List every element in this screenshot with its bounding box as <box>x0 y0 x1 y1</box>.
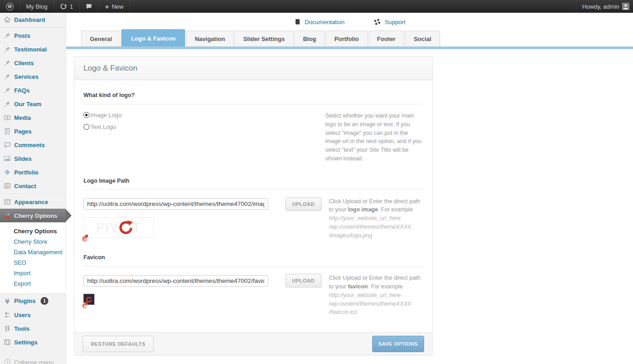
new-label: New <box>112 3 124 10</box>
sidebar-item-label: Tools <box>14 325 30 332</box>
panel-title: Logo & Favicon <box>74 57 432 80</box>
documentation-link[interactable]: Documentation <box>294 18 344 26</box>
radio-label: Text Logo <box>90 123 116 130</box>
sidebar-item-settings[interactable]: Settings <box>0 335 66 349</box>
slides-icon <box>4 155 11 162</box>
wordpress-logo-icon <box>6 3 14 10</box>
logo-upload-button[interactable]: UPLOAD <box>285 197 322 211</box>
sidebar-item-tools[interactable]: Tools <box>0 322 66 335</box>
sidebar-item-media[interactable]: Media <box>0 111 66 124</box>
submenu-item-cherry-store[interactable]: Cherry Store <box>0 236 66 247</box>
submenu-item-seo[interactable]: SEO <box>0 257 66 268</box>
logo-path-input[interactable] <box>83 198 268 210</box>
cherry-icon <box>4 212 11 219</box>
sidebar-item-label: Plugins <box>14 297 36 304</box>
tab-blog[interactable]: Blog <box>294 31 325 46</box>
example-path: http://your_website_url_here /wp-content… <box>329 214 423 240</box>
sidebar-item-clients[interactable]: Clients <box>0 56 66 70</box>
radio-image-logo[interactable]: Image Logo <box>83 112 318 118</box>
collapse-menu-button[interactable]: Collapse menu <box>0 355 66 364</box>
description-text: . For example <box>368 283 402 290</box>
sidebar-item-plugins[interactable]: Plugins 1 <box>0 294 66 308</box>
sidebar-item-label: Users <box>14 312 31 318</box>
sidebar-item-pages[interactable]: Pages <box>0 124 66 138</box>
radio-text-logo[interactable]: Text Logo <box>83 123 318 130</box>
panel-body: What kind of logo? Image Logo Text Logo <box>74 80 432 332</box>
sidebar-item-users[interactable]: Users <box>0 308 66 322</box>
sidebar-item-our-team[interactable]: Our Team <box>0 97 66 111</box>
collapse-menu-label: Collapse menu <box>14 359 54 364</box>
tab-social[interactable]: Social <box>405 31 440 46</box>
sidebar-item-label: Clients <box>14 60 34 67</box>
section-logo-kind: What kind of logo? Image Logo Text Logo <box>83 89 423 163</box>
support-link[interactable]: Support <box>374 18 405 26</box>
remove-favicon-icon[interactable] <box>82 302 88 308</box>
submenu-item-export[interactable]: Export <box>0 278 66 289</box>
wordpress-menu-button[interactable] <box>0 0 20 13</box>
pin-icon <box>4 87 11 94</box>
sidebar-item-testimonial[interactable]: Testimonial <box>0 42 66 56</box>
radio-button[interactable] <box>83 112 89 118</box>
content-header: Documentation Support <box>66 13 633 31</box>
sidebar-item-label: Testimonial <box>14 46 47 53</box>
site-name-link[interactable]: My Blog <box>20 0 54 13</box>
sidebar-item-appearance[interactable]: Appearance <box>0 195 66 209</box>
logo-path-description: Click Upload or Enter the direct path to… <box>329 197 423 240</box>
submenu-item-data-management[interactable]: Data Management <box>0 247 66 257</box>
sidebar-item-slides[interactable]: Slides <box>0 152 66 165</box>
sidebar-item-posts[interactable]: Posts <box>0 29 66 42</box>
submenu-item-import[interactable]: Import <box>0 268 66 278</box>
sidebar-item-label: Our Team <box>14 101 42 108</box>
radio-button[interactable] <box>83 124 89 130</box>
sidebar-item-dashboard[interactable]: Dashboard <box>0 13 66 26</box>
documentation-book-icon <box>294 18 301 26</box>
menu-separator <box>0 194 66 194</box>
sidebar-item-faqs[interactable]: FAQs <box>0 83 66 97</box>
tab-footer[interactable]: Footer <box>368 31 404 46</box>
options-tab-bar: General Logo & Favicon Navigation Slider… <box>66 31 633 49</box>
tab-logo-favicon[interactable]: Logo & Favicon <box>121 29 185 46</box>
tab-navigation[interactable]: Navigation <box>186 31 233 46</box>
pin-icon <box>4 46 11 53</box>
tab-slider-settings[interactable]: Slider Settings <box>234 31 293 46</box>
sidebar-item-services[interactable]: Services <box>0 70 66 83</box>
tab-portfolio[interactable]: Portfolio <box>326 31 367 46</box>
logo-kind-description: Select whether you want your main logo t… <box>325 112 423 163</box>
sidebar-item-label: Posts <box>14 32 30 39</box>
sidebar-item-label: Contact <box>14 183 36 190</box>
sidebar-item-contact[interactable]: Contact <box>0 179 66 193</box>
description-text: . For example <box>378 206 413 213</box>
tab-general[interactable]: General <box>81 31 120 46</box>
sidebar-item-label: Settings <box>14 339 37 346</box>
comments-link[interactable] <box>79 0 99 13</box>
favicon-path-input[interactable] <box>83 275 268 287</box>
comment-bubble-icon <box>85 3 93 10</box>
radio-label: Image Logo <box>90 112 122 118</box>
sidebar-item-label: Services <box>14 73 39 80</box>
favicon-upload-button[interactable]: UPLOAD <box>285 274 322 287</box>
comments-icon <box>4 141 11 149</box>
account-menu[interactable]: Howdy, admin <box>576 0 633 13</box>
logo-preview: PIV T <box>83 217 154 238</box>
sidebar-item-cherry-options[interactable]: Cherry Options <box>0 209 66 222</box>
logo-preview-text-right: T <box>133 221 141 234</box>
sidebar-item-comments[interactable]: Comments <box>0 138 66 152</box>
options-panel: Logo & Favicon What kind of logo? Image … <box>74 56 433 355</box>
favicon-description: Click Upload or Enter the direct path to… <box>329 274 423 317</box>
submenu-item-cherry-options[interactable]: Cherry Options <box>0 226 66 236</box>
remove-logo-icon[interactable] <box>82 236 88 241</box>
section-heading: Logo Image Path <box>83 175 423 190</box>
restore-defaults-button[interactable]: RESTORE DEFAULTS <box>83 336 154 352</box>
settings-icon <box>4 338 11 346</box>
updates-link[interactable]: 1 <box>54 0 79 13</box>
sidebar-item-portfolio[interactable]: Portfolio <box>0 165 66 179</box>
save-options-button[interactable]: SAVE OPTIONS <box>372 336 425 352</box>
section-divider <box>83 266 423 267</box>
avatar <box>622 3 629 10</box>
plugins-update-badge: 1 <box>41 297 48 305</box>
sidebar-item-label: Media <box>14 114 31 121</box>
example-path: http://your_website_url_here /wp-content… <box>329 291 423 317</box>
section-divider <box>83 104 423 104</box>
new-content-button[interactable]: New <box>99 0 130 13</box>
tools-icon <box>4 325 11 332</box>
